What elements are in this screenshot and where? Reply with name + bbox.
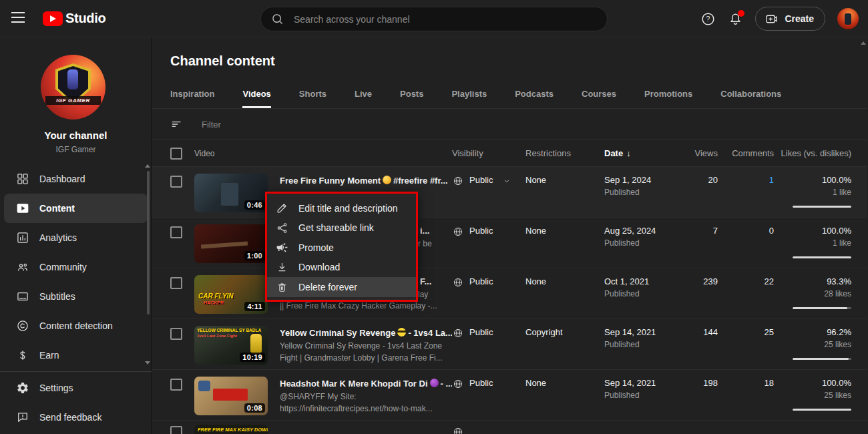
tab-inspiration[interactable]: Inspiration [170, 80, 214, 108]
help-button[interactable]: ? [700, 11, 716, 27]
table-row[interactable]: 0:46 Free Fire Funny Moment#freefire #fr… [152, 167, 867, 218]
column-header-visibility[interactable]: Visibility [452, 148, 483, 158]
table-row[interactable]: YELLOW CRIMINAL SY BADLA 1vs4 Last Zone … [152, 319, 867, 370]
comments-cell[interactable]: 18 [718, 370, 774, 420]
filter-bar[interactable] [152, 109, 867, 140]
visibility-cell[interactable] [452, 421, 525, 434]
comments-cell[interactable]: 0 [718, 218, 774, 268]
sidebar-scroll-down-arrow[interactable] [145, 361, 150, 365]
menu-toggle-button[interactable] [11, 12, 26, 25]
visibility-cell[interactable]: Public [452, 218, 525, 268]
sidebar-item-label: Send feedback [39, 412, 101, 423]
column-header-video[interactable]: Video [194, 149, 214, 158]
table-row[interactable]: 0:08 Headshot Mar K Mere Khopdi Tor Di- … [152, 370, 867, 421]
table-row[interactable]: FREE FIRE MAX KAISY DOWNLOAD KERE [152, 421, 867, 434]
sidebar-item-analytics[interactable]: Analytics [0, 223, 152, 252]
tab-courses[interactable]: Courses [582, 80, 616, 108]
channel-avatar[interactable]: IGF GAMER [41, 55, 105, 120]
account-avatar[interactable] [837, 8, 859, 29]
menu-item-get-shareable-link[interactable]: Get shareable link [267, 218, 416, 238]
tab-live[interactable]: Live [355, 80, 372, 108]
comments-cell[interactable]: 22 [718, 268, 774, 318]
row-checkbox[interactable] [170, 426, 182, 434]
filter-input[interactable] [202, 120, 469, 130]
visibility-cell[interactable]: Public [452, 268, 525, 318]
studio-logo[interactable]: Studio [43, 11, 105, 26]
thumbnail-figure [250, 334, 262, 354]
video-thumbnail[interactable]: YELLOW CRIMINAL SY BADLA 1vs4 Last Zone … [194, 326, 268, 365]
row-checkbox[interactable] [170, 379, 182, 391]
sidebar-item-subtitles[interactable]: Subtitles [0, 282, 152, 311]
row-checkbox[interactable] [170, 277, 182, 289]
create-button[interactable]: Create [755, 7, 825, 31]
comments-cell[interactable]: 25 [718, 319, 774, 369]
video-title-cell[interactable]: Yellow Criminal Sy Revenge- 1vs4 La... Y… [280, 319, 452, 369]
video-title[interactable]: Yellow Criminal Sy Revenge [280, 328, 395, 338]
menu-item-delete-forever[interactable]: Delete forever [267, 277, 416, 297]
video-thumbnail[interactable]: 0:46 [194, 174, 268, 212]
sidebar-scroll-up-arrow[interactable] [145, 164, 150, 168]
sidebar-scrollbar[interactable] [147, 171, 150, 314]
likes-ratio-bar [793, 358, 851, 360]
restrictions-cell[interactable]: Copyright [525, 319, 604, 369]
sidebar-item-content[interactable]: Content [4, 194, 148, 223]
occluded-title-fragment: F... [420, 276, 431, 286]
menu-item-download[interactable]: Download [267, 258, 416, 278]
visibility-cell[interactable]: Public [452, 319, 525, 369]
sidebar-item-label: Analytics [39, 232, 77, 243]
channel-title: Your channel [0, 130, 152, 141]
main-scroll-up-arrow[interactable] [861, 41, 866, 45]
video-thumbnail[interactable]: FREE FIRE MAX KAISY DOWNLOAD KERE [194, 425, 268, 434]
tab-playlists[interactable]: Playlists [451, 80, 487, 108]
column-header-comments[interactable]: Comments [732, 148, 774, 158]
sidebar-item-content-detection[interactable]: Content detection [0, 311, 152, 341]
column-header-likes[interactable]: Likes (vs. dislikes) [781, 148, 851, 158]
column-header-date[interactable]: Date [604, 148, 623, 158]
tab-shorts[interactable]: Shorts [299, 80, 327, 108]
sidebar-item-earn[interactable]: Earn [0, 341, 152, 370]
sort-arrow-icon[interactable]: ↓ [626, 148, 631, 158]
chevron-down-icon[interactable] [502, 176, 511, 186]
video-title-cell[interactable]: Headshot Mar K Mere Khopdi Tor Di- ... @… [280, 370, 452, 420]
visibility-cell[interactable]: Public [452, 370, 525, 420]
video-thumbnail[interactable]: 0:08 [194, 377, 268, 415]
table-row[interactable]: 1:00 i... r be Public None Aug 25, 2024 [152, 218, 867, 268]
sidebar-item-settings[interactable]: Settings [0, 373, 152, 403]
row-checkbox[interactable] [170, 226, 182, 238]
select-all-checkbox[interactable] [170, 148, 182, 160]
row-checkbox[interactable] [170, 176, 182, 188]
sidebar-item-send-feedback[interactable]: Send feedback [0, 403, 152, 432]
tab-podcasts[interactable]: Podcasts [515, 80, 554, 108]
sidebar-item-community[interactable]: Community [0, 252, 152, 282]
comments-count[interactable]: 1 [769, 175, 774, 185]
column-header-restrictions[interactable]: Restrictions [525, 148, 571, 158]
sidebar-item-label: Subtitles [39, 291, 75, 302]
tab-collaborations[interactable]: Collaborations [720, 80, 781, 108]
sidebar-nav: Dashboard Content Analytics [0, 164, 152, 370]
video-thumbnail[interactable]: 1:00 [194, 224, 268, 263]
comments-cell[interactable]: 1 [718, 167, 774, 217]
table-row[interactable]: CAR FLYIN HACKER 4:11 F... lay || Free F… [152, 268, 867, 319]
video-title[interactable]: Free Fire Funny Moment [280, 176, 381, 186]
search-bar[interactable] [260, 7, 608, 31]
video-thumbnail[interactable]: CAR FLYIN HACKER 4:11 [194, 275, 268, 314]
sidebar-item-dashboard[interactable]: Dashboard [0, 164, 152, 194]
notifications-button[interactable] [728, 11, 743, 27]
page-title: Channel content [170, 53, 275, 69]
tab-posts[interactable]: Posts [400, 80, 423, 108]
column-header-views[interactable]: Views [695, 148, 718, 158]
copyright-icon [16, 319, 29, 333]
menu-item-edit-title[interactable]: Edit title and description [267, 198, 416, 218]
video-description: Fight | Grandmaster Lobby | Garena Free … [280, 353, 452, 363]
search-input[interactable] [294, 14, 598, 25]
thumbnail-caption: 1vs4 Last Zone Fight [197, 334, 237, 338]
likes-count: 1 like [774, 188, 851, 197]
visibility-cell[interactable]: Public [452, 167, 525, 217]
video-title[interactable]: Headshot Mar K Mere Khopdi Tor Di [280, 379, 428, 389]
menu-item-promote[interactable]: Promote [267, 238, 416, 258]
tab-videos[interactable]: Videos [242, 80, 270, 108]
tab-promotions[interactable]: Promotions [644, 80, 692, 108]
video-options-context-menu: Edit title and description Get shareable… [265, 192, 418, 302]
row-checkbox[interactable] [170, 328, 182, 340]
thumbnail-caption: FREE FIRE MAX KAISY DOWNLOAD KERE [198, 427, 268, 433]
